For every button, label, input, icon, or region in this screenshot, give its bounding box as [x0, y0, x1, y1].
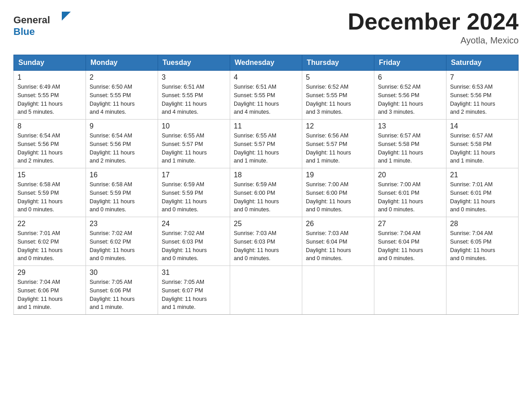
day-number: 15: [17, 171, 82, 179]
day-info: Sunrise: 6:58 AMSunset: 5:59 PMDaylight:…: [90, 180, 154, 214]
calendar-cell: 5Sunrise: 6:52 AMSunset: 5:55 PMDaylight…: [302, 71, 374, 120]
calendar-cell: 17Sunrise: 6:59 AMSunset: 5:59 PMDayligh…: [158, 168, 230, 217]
day-info: Sunrise: 6:49 AMSunset: 5:55 PMDaylight:…: [17, 83, 82, 116]
day-number: 13: [378, 122, 442, 130]
weekday-header-monday: Monday: [86, 55, 158, 71]
day-number: 18: [234, 171, 298, 179]
day-number: 3: [162, 73, 226, 81]
day-number: 29: [17, 269, 82, 277]
day-info: Sunrise: 6:52 AMSunset: 5:55 PMDaylight:…: [306, 83, 370, 116]
day-info: Sunrise: 7:04 AMSunset: 6:05 PMDaylight:…: [450, 229, 515, 263]
calendar-week-row: 1Sunrise: 6:49 AMSunset: 5:55 PMDaylight…: [14, 71, 519, 120]
calendar-week-row: 8Sunrise: 6:54 AMSunset: 5:56 PMDaylight…: [14, 120, 519, 168]
calendar-cell: 14Sunrise: 6:57 AMSunset: 5:58 PMDayligh…: [446, 120, 519, 168]
day-number: 11: [234, 122, 298, 130]
logo: General Blue: [13, 9, 72, 42]
day-info: Sunrise: 6:54 AMSunset: 5:56 PMDaylight:…: [17, 132, 82, 165]
day-info: Sunrise: 7:03 AMSunset: 6:03 PMDaylight:…: [234, 229, 298, 263]
day-info: Sunrise: 6:54 AMSunset: 5:56 PMDaylight:…: [90, 132, 154, 165]
day-info: Sunrise: 6:51 AMSunset: 5:55 PMDaylight:…: [162, 83, 226, 116]
calendar-table: SundayMondayTuesdayWednesdayThursdayFrid…: [13, 55, 519, 315]
month-title: December 2024: [348, 9, 519, 34]
calendar-cell: 26Sunrise: 7:03 AMSunset: 6:04 PMDayligh…: [302, 217, 374, 266]
location: Ayotla, Mexico: [348, 35, 519, 46]
day-number: 9: [90, 122, 154, 130]
calendar-cell: 13Sunrise: 6:57 AMSunset: 5:58 PMDayligh…: [374, 120, 446, 168]
page-header: General Blue December 2024 Ayotla, Mexic…: [13, 9, 519, 46]
svg-text:Blue: Blue: [13, 26, 35, 37]
day-number: 20: [378, 171, 442, 179]
day-number: 31: [162, 269, 226, 277]
calendar-cell: 23Sunrise: 7:02 AMSunset: 6:02 PMDayligh…: [86, 217, 158, 266]
calendar-week-row: 22Sunrise: 7:01 AMSunset: 6:02 PMDayligh…: [14, 217, 519, 266]
calendar-cell: [230, 266, 302, 315]
calendar-cell: 15Sunrise: 6:58 AMSunset: 5:59 PMDayligh…: [14, 168, 86, 217]
calendar-cell: [302, 266, 374, 315]
weekday-header-thursday: Thursday: [302, 55, 374, 71]
day-number: 27: [378, 220, 442, 228]
calendar-cell: 9Sunrise: 6:54 AMSunset: 5:56 PMDaylight…: [86, 120, 158, 168]
calendar-cell: 3Sunrise: 6:51 AMSunset: 5:55 PMDaylight…: [158, 71, 230, 120]
day-info: Sunrise: 6:52 AMSunset: 5:56 PMDaylight:…: [378, 83, 442, 116]
day-info: Sunrise: 6:59 AMSunset: 6:00 PMDaylight:…: [234, 180, 298, 214]
day-info: Sunrise: 6:53 AMSunset: 5:56 PMDaylight:…: [450, 83, 515, 116]
day-info: Sunrise: 6:57 AMSunset: 5:58 PMDaylight:…: [450, 132, 515, 165]
calendar-cell: 21Sunrise: 7:01 AMSunset: 6:01 PMDayligh…: [446, 168, 519, 217]
calendar-cell: 1Sunrise: 6:49 AMSunset: 5:55 PMDaylight…: [14, 71, 86, 120]
day-number: 4: [234, 73, 298, 81]
calendar-cell: 29Sunrise: 7:04 AMSunset: 6:06 PMDayligh…: [14, 266, 86, 315]
calendar-week-row: 29Sunrise: 7:04 AMSunset: 6:06 PMDayligh…: [14, 266, 519, 315]
day-info: Sunrise: 6:50 AMSunset: 5:55 PMDaylight:…: [90, 83, 154, 116]
calendar-cell: 30Sunrise: 7:05 AMSunset: 6:06 PMDayligh…: [86, 266, 158, 315]
calendar-cell: [446, 266, 519, 315]
day-number: 17: [162, 171, 226, 179]
day-info: Sunrise: 6:55 AMSunset: 5:57 PMDaylight:…: [162, 132, 226, 165]
day-info: Sunrise: 6:55 AMSunset: 5:57 PMDaylight:…: [234, 132, 298, 165]
day-info: Sunrise: 6:56 AMSunset: 5:57 PMDaylight:…: [306, 132, 370, 165]
weekday-header-friday: Friday: [374, 55, 446, 71]
day-number: 10: [162, 122, 226, 130]
day-number: 6: [378, 73, 442, 81]
calendar-week-row: 15Sunrise: 6:58 AMSunset: 5:59 PMDayligh…: [14, 168, 519, 217]
day-info: Sunrise: 7:02 AMSunset: 6:03 PMDaylight:…: [162, 229, 226, 263]
calendar-cell: [374, 266, 446, 315]
day-info: Sunrise: 6:58 AMSunset: 5:59 PMDaylight:…: [17, 180, 82, 214]
calendar-cell: 25Sunrise: 7:03 AMSunset: 6:03 PMDayligh…: [230, 217, 302, 266]
weekday-header-row: SundayMondayTuesdayWednesdayThursdayFrid…: [14, 55, 519, 71]
day-info: Sunrise: 7:00 AMSunset: 6:01 PMDaylight:…: [378, 180, 442, 214]
day-number: 23: [90, 220, 154, 228]
calendar-cell: 31Sunrise: 7:05 AMSunset: 6:07 PMDayligh…: [158, 266, 230, 315]
day-info: Sunrise: 7:04 AMSunset: 6:04 PMDaylight:…: [378, 229, 442, 263]
day-info: Sunrise: 6:59 AMSunset: 5:59 PMDaylight:…: [162, 180, 226, 214]
calendar-cell: 24Sunrise: 7:02 AMSunset: 6:03 PMDayligh…: [158, 217, 230, 266]
calendar-cell: 28Sunrise: 7:04 AMSunset: 6:05 PMDayligh…: [446, 217, 519, 266]
day-number: 24: [162, 220, 226, 228]
calendar-cell: 27Sunrise: 7:04 AMSunset: 6:04 PMDayligh…: [374, 217, 446, 266]
day-info: Sunrise: 7:05 AMSunset: 6:06 PMDaylight:…: [90, 278, 154, 312]
day-number: 26: [306, 220, 370, 228]
title-area: December 2024 Ayotla, Mexico: [348, 9, 519, 46]
day-number: 2: [90, 73, 154, 81]
calendar-cell: 19Sunrise: 7:00 AMSunset: 6:00 PMDayligh…: [302, 168, 374, 217]
calendar-cell: 18Sunrise: 6:59 AMSunset: 6:00 PMDayligh…: [230, 168, 302, 217]
calendar-cell: 12Sunrise: 6:56 AMSunset: 5:57 PMDayligh…: [302, 120, 374, 168]
calendar-cell: 11Sunrise: 6:55 AMSunset: 5:57 PMDayligh…: [230, 120, 302, 168]
day-info: Sunrise: 7:05 AMSunset: 6:07 PMDaylight:…: [162, 278, 226, 312]
calendar-cell: 16Sunrise: 6:58 AMSunset: 5:59 PMDayligh…: [86, 168, 158, 217]
day-number: 1: [17, 73, 82, 81]
weekday-header-sunday: Sunday: [14, 55, 86, 71]
day-number: 8: [17, 122, 82, 130]
day-info: Sunrise: 7:02 AMSunset: 6:02 PMDaylight:…: [90, 229, 154, 263]
day-number: 14: [450, 122, 515, 130]
day-number: 25: [234, 220, 298, 228]
day-number: 12: [306, 122, 370, 130]
svg-text:General: General: [13, 14, 50, 26]
day-number: 22: [17, 220, 82, 228]
day-number: 7: [450, 73, 515, 81]
calendar-cell: 8Sunrise: 6:54 AMSunset: 5:56 PMDaylight…: [14, 120, 86, 168]
day-info: Sunrise: 7:01 AMSunset: 6:02 PMDaylight:…: [17, 229, 82, 263]
day-number: 21: [450, 171, 515, 179]
weekday-header-tuesday: Tuesday: [158, 55, 230, 71]
calendar-cell: 10Sunrise: 6:55 AMSunset: 5:57 PMDayligh…: [158, 120, 230, 168]
day-number: 19: [306, 171, 370, 179]
